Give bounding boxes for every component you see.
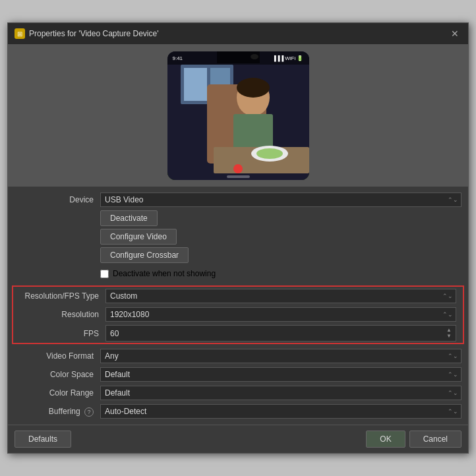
preview-area: 9:41 ▐▐▐ WiFi 🔋 <box>8 45 468 187</box>
color-space-label: Color Space <box>15 370 100 379</box>
resolution-control: 1920x1080 <box>105 307 456 322</box>
video-format-control: Any <box>100 349 461 363</box>
svg-rect-12 <box>227 175 250 178</box>
fps-type-control: Custom <box>105 289 456 303</box>
close-button[interactable]: ✕ <box>448 27 461 40</box>
color-range-control: Default <box>100 386 461 400</box>
fps-type-row: Resolution/FPS Type Custom <box>13 287 463 305</box>
phone-top-bar: 9:41 ▐▐▐ WiFi 🔋 <box>167 51 309 65</box>
title-bar: ⊞ Properties for 'Video Capture Device' … <box>8 23 468 45</box>
color-range-row: Color Range Default <box>8 384 468 402</box>
properties-dialog: ⊞ Properties for 'Video Capture Device' … <box>7 22 469 454</box>
phone-status: ▐▐▐ WiFi 🔋 <box>272 55 303 61</box>
device-control: USB Video <box>100 193 461 207</box>
fps-type-select-wrapper: Custom <box>105 289 456 303</box>
deactivate-checkbox-label: Deactivate when not showing <box>113 269 216 278</box>
preview-svg <box>167 51 309 180</box>
device-select-wrapper: USB Video <box>100 193 461 207</box>
color-range-label: Color Range <box>15 388 100 398</box>
fps-spinner-arrows: ▲ ▼ <box>446 328 452 339</box>
buffering-label: Buffering ? <box>15 407 100 417</box>
dialog-title: Properties for 'Video Capture Device' <box>29 29 158 38</box>
svg-point-6 <box>237 78 270 98</box>
svg-point-10 <box>256 148 283 159</box>
buttons-control: Deactivate Configure Video Configure Cro… <box>100 210 461 263</box>
resolution-select[interactable]: 1920x1080 <box>105 307 456 322</box>
device-select[interactable]: USB Video <box>100 193 461 207</box>
ok-button[interactable]: OK <box>366 431 405 448</box>
svg-rect-2 <box>184 68 207 101</box>
resolution-section: Resolution/FPS Type Custom Resolution 19… <box>12 285 464 344</box>
device-row: Device USB Video <box>8 191 468 209</box>
fps-spinner: 60 ▲ ▼ <box>105 325 456 342</box>
phone-time: 9:41 <box>173 55 183 61</box>
resolution-row: Resolution 1920x1080 <box>13 305 463 324</box>
buffering-select[interactable]: Auto-Detect <box>100 404 461 419</box>
fps-type-label: Resolution/FPS Type <box>20 291 105 301</box>
app-icon: ⊞ <box>15 28 25 39</box>
color-space-control: Default <box>100 367 461 382</box>
video-preview: 9:41 ▐▐▐ WiFi 🔋 <box>167 51 309 180</box>
svg-point-11 <box>233 164 243 173</box>
device-label: Device <box>15 195 100 204</box>
fps-value: 60 <box>110 329 119 338</box>
phone-frame: 9:41 ▐▐▐ WiFi 🔋 <box>167 51 309 180</box>
checkbox-row: Deactivate when not showing <box>8 264 468 283</box>
color-range-select[interactable]: Default <box>100 386 461 400</box>
color-space-select[interactable]: Default <box>100 367 461 382</box>
buttons-row: Deactivate Configure Video Configure Cro… <box>8 209 468 264</box>
video-format-label: Video Format <box>15 351 100 361</box>
buffering-select-wrapper: Auto-Detect <box>100 404 461 419</box>
fps-row: FPS 60 ▲ ▼ <box>13 324 463 343</box>
color-space-select-wrapper: Default <box>100 367 461 382</box>
buffering-help-icon[interactable]: ? <box>84 407 94 417</box>
footer-right-buttons: OK Cancel <box>366 431 461 448</box>
fps-up-arrow[interactable]: ▲ <box>446 328 452 333</box>
resolution-select-wrapper: 1920x1080 <box>105 307 456 322</box>
cancel-button[interactable]: Cancel <box>409 431 461 448</box>
buffering-control: Auto-Detect <box>100 404 461 419</box>
configure-crossbar-button[interactable]: Configure Crossbar <box>100 247 189 263</box>
fps-label: FPS <box>20 329 105 338</box>
configure-video-button[interactable]: Configure Video <box>100 229 177 245</box>
color-range-select-wrapper: Default <box>100 386 461 400</box>
deactivate-checkbox[interactable] <box>100 270 109 278</box>
deactivate-checkbox-row: Deactivate when not showing <box>100 269 216 278</box>
fps-down-arrow[interactable]: ▼ <box>446 334 452 339</box>
content-area: Device USB Video Deactivate Configure Vi… <box>8 187 468 425</box>
deactivate-button[interactable]: Deactivate <box>100 210 158 226</box>
title-bar-left: ⊞ Properties for 'Video Capture Device' <box>15 28 158 39</box>
checkbox-control: Deactivate when not showing <box>100 269 461 278</box>
video-format-select-wrapper: Any <box>100 349 461 363</box>
resolution-label: Resolution <box>20 310 105 319</box>
footer-bar: Defaults OK Cancel <box>8 425 468 453</box>
fps-control: 60 ▲ ▼ <box>105 325 456 342</box>
color-space-row: Color Space Default <box>8 365 468 384</box>
video-format-row: Video Format Any <box>8 347 468 365</box>
fps-type-select[interactable]: Custom <box>105 289 456 303</box>
defaults-button[interactable]: Defaults <box>15 431 71 448</box>
buffering-row: Buffering ? Auto-Detect <box>8 402 468 421</box>
action-buttons: Deactivate Configure Video Configure Cro… <box>100 210 189 263</box>
video-format-select[interactable]: Any <box>100 349 461 363</box>
